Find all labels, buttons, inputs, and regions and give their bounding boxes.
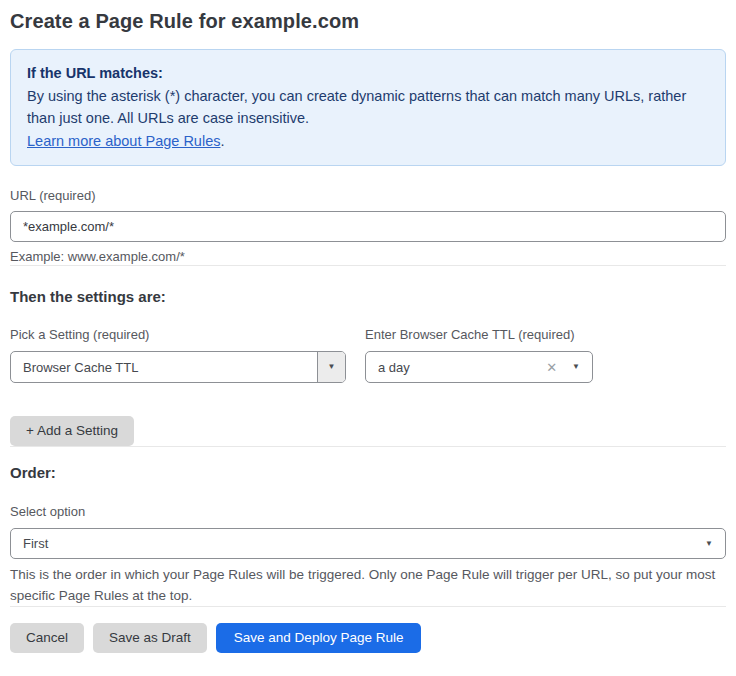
ttl-label: Enter Browser Cache TTL (required) bbox=[365, 327, 593, 343]
info-box-body: By using the asterisk (*) character, you… bbox=[27, 85, 709, 130]
save-as-draft-button[interactable]: Save as Draft bbox=[93, 623, 207, 653]
info-box-title: If the URL matches: bbox=[27, 62, 709, 85]
cancel-button[interactable]: Cancel bbox=[10, 623, 84, 653]
create-page-rule-form: Create a Page Rule for example.com If th… bbox=[0, 0, 736, 653]
info-box-link-line: Learn more about Page Rules. bbox=[27, 130, 709, 153]
settings-heading: Then the settings are: bbox=[10, 287, 726, 306]
divider bbox=[10, 606, 726, 607]
ttl-selected-value: a day bbox=[378, 360, 546, 375]
save-and-deploy-button[interactable]: Save and Deploy Page Rule bbox=[216, 623, 422, 653]
learn-more-link[interactable]: Learn more about Page Rules bbox=[27, 133, 220, 149]
divider bbox=[10, 446, 726, 447]
divider bbox=[10, 265, 726, 266]
form-actions: Cancel Save as Draft Save and Deploy Pag… bbox=[10, 623, 726, 653]
order-select[interactable]: First ▼ bbox=[10, 528, 726, 559]
url-example-helper: Example: www.example.com/* bbox=[10, 249, 726, 265]
order-helper-text: This is the order in which your Page Rul… bbox=[10, 564, 726, 606]
pick-setting-select[interactable]: Browser Cache TTL ▼ bbox=[10, 351, 346, 383]
link-suffix-period: . bbox=[220, 133, 224, 149]
url-match-info-box: If the URL matches: By using the asteris… bbox=[10, 49, 726, 166]
pick-setting-selected-value: Browser Cache TTL bbox=[11, 352, 317, 382]
settings-row: Pick a Setting (required) Browser Cache … bbox=[10, 327, 726, 383]
page-title: Create a Page Rule for example.com bbox=[10, 8, 726, 35]
add-setting-button[interactable]: + Add a Setting bbox=[10, 416, 134, 446]
url-input[interactable] bbox=[10, 211, 726, 242]
url-label: URL (required) bbox=[10, 188, 726, 204]
chevron-down-icon: ▼ bbox=[317, 352, 345, 382]
pick-setting-label: Pick a Setting (required) bbox=[10, 327, 346, 343]
pick-setting-column: Pick a Setting (required) Browser Cache … bbox=[10, 327, 346, 383]
order-selected-value: First bbox=[23, 536, 705, 551]
ttl-combobox[interactable]: a day ✕ ▼ bbox=[365, 351, 593, 383]
order-select-label: Select option bbox=[10, 504, 726, 520]
ttl-column: Enter Browser Cache TTL (required) a day… bbox=[365, 327, 593, 383]
chevron-down-icon[interactable]: ▼ bbox=[572, 363, 580, 371]
order-heading: Order: bbox=[10, 463, 726, 482]
clear-icon[interactable]: ✕ bbox=[546, 361, 557, 374]
chevron-down-icon: ▼ bbox=[705, 540, 713, 548]
